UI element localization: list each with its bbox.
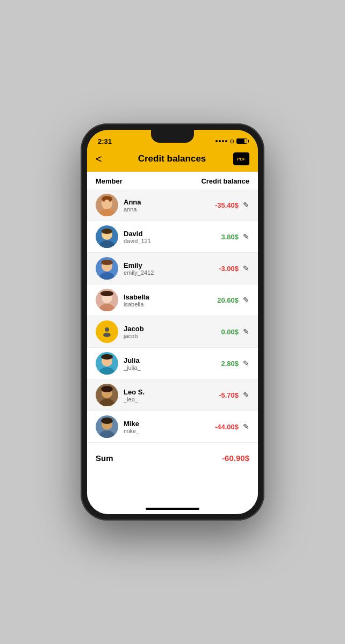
avatar [96, 415, 118, 438]
battery-icon [236, 138, 247, 144]
table-row: Jacob jacob 0.00$ ✎ [87, 316, 258, 348]
edit-button[interactable]: ✎ [243, 391, 249, 399]
member-info: Emily emily_2412 [124, 261, 219, 276]
table-row: Leo S. _leo_ -5.70$ ✎ [87, 379, 258, 411]
member-info: Anna anna [124, 198, 215, 213]
status-time: 2:31 [98, 137, 112, 145]
avatar [96, 289, 118, 311]
member-info: Jacob jacob [124, 325, 221, 339]
table-row: Isabella isabella 20.60$ ✎ [87, 284, 258, 316]
table-row: David david_121 3.80$ ✎ [87, 221, 258, 253]
avatar [96, 225, 118, 248]
svg-point-10 [102, 229, 112, 234]
sum-label: Sum [96, 453, 113, 463]
member-name: Anna [124, 198, 215, 206]
pdf-label: PDF [237, 157, 246, 162]
member-username: mike_ [124, 428, 215, 434]
member-username: isabella [124, 301, 217, 308]
content-area: Member Credit balance Anna anna -35.40$ … [87, 172, 258, 504]
svg-point-28 [101, 386, 113, 392]
member-balance: -35.40$ [215, 201, 239, 209]
table-header: Member Credit balance [87, 172, 258, 189]
member-balance: 2.80$ [221, 360, 239, 368]
member-info: Isabella isabella [124, 293, 217, 308]
home-indicator [87, 504, 258, 514]
member-balance: -44.00$ [215, 423, 239, 431]
table-row: Anna anna -35.40$ ✎ [87, 189, 258, 221]
member-name: David [124, 230, 221, 238]
member-balance: -5.70$ [219, 391, 239, 399]
signal-icon [215, 140, 227, 142]
sum-value: -60.90$ [222, 453, 249, 463]
member-username: anna [124, 206, 215, 213]
app-header: < Credit balances PDF [87, 149, 258, 172]
member-info: David david_121 [124, 230, 221, 244]
notch [151, 130, 194, 143]
edit-button[interactable]: ✎ [243, 359, 249, 368]
table-row: Mike mike_ -44.00$ ✎ [87, 411, 258, 443]
member-name: Leo S. [124, 388, 219, 396]
member-balance: -3.00$ [219, 265, 239, 273]
sum-row: Sum -60.90$ [87, 445, 258, 471]
edit-button[interactable]: ✎ [243, 264, 249, 273]
svg-point-19 [105, 327, 109, 332]
svg-point-14 [101, 260, 113, 265]
member-column-header: Member [96, 177, 123, 185]
member-balance: 3.80$ [221, 233, 239, 241]
wifi-icon: ⊙ [229, 138, 234, 145]
edit-button[interactable]: ✎ [243, 327, 249, 336]
back-button[interactable]: < [96, 153, 111, 165]
credit-column-header: Credit balance [201, 177, 249, 185]
member-balance: 0.00$ [221, 328, 239, 336]
avatar [96, 257, 118, 280]
member-username: david_121 [124, 238, 221, 244]
page-title: Credit balances [111, 153, 233, 164]
table-row: Julia _julia_ 2.80$ ✎ [87, 348, 258, 379]
edit-button[interactable]: ✎ [243, 201, 249, 209]
home-bar [146, 508, 199, 510]
member-name: Mike [124, 420, 215, 428]
svg-point-20 [103, 333, 111, 337]
member-name: Isabella [124, 293, 217, 301]
members-list: Anna anna -35.40$ ✎ David david_121 3.80… [87, 189, 258, 443]
member-username: _leo_ [124, 396, 219, 402]
member-username: emily_2412 [124, 269, 219, 276]
avatar [96, 352, 118, 375]
member-info: Julia _julia_ [124, 356, 221, 371]
status-icons: ⊙ [215, 138, 247, 145]
member-name: Jacob [124, 325, 221, 333]
svg-point-6 [104, 200, 110, 205]
pdf-export-button[interactable]: PDF [233, 152, 249, 165]
svg-point-18 [100, 291, 113, 296]
avatar [96, 384, 118, 406]
svg-point-32 [101, 418, 113, 424]
member-balance: 20.60$ [217, 296, 239, 304]
member-username: jacob [124, 333, 221, 339]
avatar [96, 320, 118, 343]
svg-point-24 [101, 354, 113, 360]
member-name: Julia [124, 356, 221, 364]
edit-button[interactable]: ✎ [243, 422, 249, 431]
edit-button[interactable]: ✎ [243, 296, 249, 304]
avatar [96, 194, 118, 216]
member-info: Mike mike_ [124, 420, 215, 434]
member-username: _julia_ [124, 364, 221, 371]
member-name: Emily [124, 261, 219, 269]
table-row: Emily emily_2412 -3.00$ ✎ [87, 253, 258, 284]
edit-button[interactable]: ✎ [243, 232, 249, 241]
member-info: Leo S. _leo_ [124, 388, 219, 402]
